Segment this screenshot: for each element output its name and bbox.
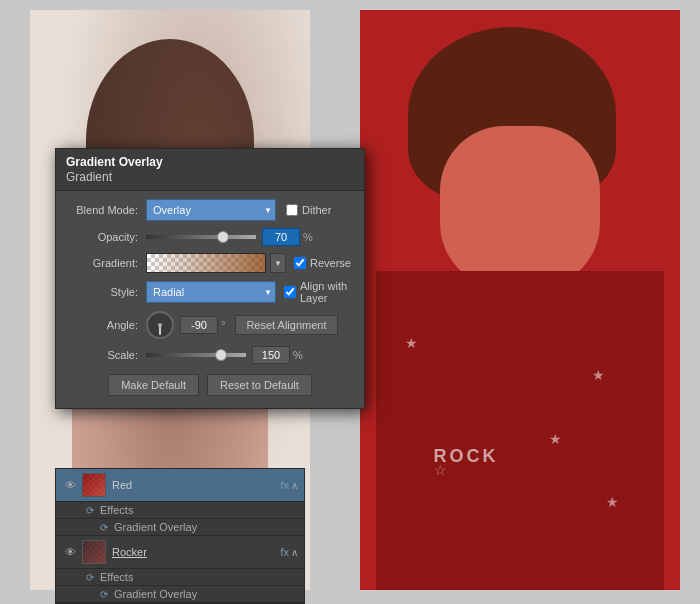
align-group: Align with Layer — [284, 280, 352, 304]
dialog-content: Blend Mode: Overlay Normal Multiply Scre… — [56, 191, 364, 408]
gradient-label: Gradient: — [68, 257, 138, 269]
dither-label[interactable]: Dither — [302, 204, 331, 216]
gradient-preview[interactable] — [146, 253, 266, 273]
opacity-slider-track[interactable] — [146, 235, 256, 239]
layer-expand-rocker[interactable]: ∧ — [291, 547, 298, 558]
scale-input[interactable] — [252, 346, 290, 364]
layer-sub-gradient-red[interactable]: ⟳ Gradient Overlay — [56, 519, 304, 536]
dialog-buttons: Make Default Reset to Default — [68, 374, 352, 396]
style-select[interactable]: Radial Linear Angle Reflected Diamond — [146, 281, 276, 303]
layer-sub-effects-rocker: ⟳ Effects — [56, 569, 304, 586]
artwork-right-panel: ROCK ★ ★ ★ ☆ ★ — [360, 10, 680, 590]
scale-unit: % — [293, 349, 303, 361]
style-label: Style: — [68, 286, 138, 298]
star-decoration-2: ★ — [592, 367, 605, 383]
blend-mode-label: Blend Mode: — [68, 204, 138, 216]
reset-to-default-button[interactable]: Reset to Default — [207, 374, 312, 396]
gradient-dropdown-arrow[interactable]: ▼ — [270, 253, 286, 273]
layer-expand-red[interactable]: ∧ — [291, 480, 298, 491]
angle-label: Angle: — [68, 319, 138, 331]
opacity-row: Opacity: % — [68, 228, 352, 246]
layer-eye-red[interactable]: 👁 — [62, 477, 78, 493]
layer-sub-gradient-rocker[interactable]: ⟳ Gradient Overlay — [56, 586, 304, 603]
effects-icon-red: ⟳ — [86, 505, 94, 516]
effects-label-red: Effects — [100, 504, 133, 516]
gradient-overlay-label-red: Gradient Overlay — [114, 521, 197, 533]
blend-mode-row: Blend Mode: Overlay Normal Multiply Scre… — [68, 199, 352, 221]
blend-mode-select-wrapper[interactable]: Overlay Normal Multiply Screen — [146, 199, 276, 221]
layer-sub-effects-red: ⟳ Effects — [56, 502, 304, 519]
opacity-label: Opacity: — [68, 231, 138, 243]
gradient-preview-inner — [147, 254, 265, 272]
layer-thumb-red-inner — [83, 474, 105, 496]
gradient-overlay-label-rocker: Gradient Overlay — [114, 588, 197, 600]
angle-input[interactable] — [180, 316, 218, 334]
blend-mode-select[interactable]: Overlay Normal Multiply Screen — [146, 199, 276, 221]
style-select-wrapper[interactable]: Radial Linear Angle Reflected Diamond — [146, 281, 276, 303]
layer-thumb-red — [82, 473, 106, 497]
dither-checkbox[interactable] — [286, 204, 298, 216]
opacity-input[interactable] — [262, 228, 300, 246]
layer-fx-rocker[interactable]: fx — [280, 546, 289, 558]
star-decoration-1: ★ — [405, 335, 418, 351]
dialog-title-bar: Gradient Overlay Gradient — [56, 149, 364, 191]
angle-center — [158, 323, 162, 327]
layer-fx-red[interactable]: fx — [280, 479, 289, 491]
align-label[interactable]: Align with Layer — [300, 280, 352, 304]
layer-item-red[interactable]: 👁 Red fx ∧ — [56, 469, 304, 502]
star-decoration-3: ★ — [549, 431, 562, 447]
scale-slider-track[interactable] — [146, 353, 246, 357]
opacity-slider-thumb[interactable] — [217, 231, 229, 243]
make-default-button[interactable]: Make Default — [108, 374, 199, 396]
right-art-area: ROCK ★ ★ ★ ☆ ★ — [360, 10, 680, 590]
right-body-silhouette: ROCK ★ ★ ★ ☆ ★ — [376, 271, 664, 590]
scale-row: Scale: % — [68, 346, 352, 364]
dialog-title-main: Gradient Overlay — [66, 155, 354, 169]
style-row: Style: Radial Linear Angle Reflected Dia… — [68, 280, 352, 304]
reverse-checkbox[interactable] — [294, 257, 306, 269]
layers-panel: 👁 Red fx ∧ ⟳ Effects ⟳ Gradient Overlay … — [55, 468, 305, 604]
dither-group: Dither — [286, 204, 331, 216]
angle-control[interactable] — [146, 311, 174, 339]
star-decoration-5: ★ — [606, 494, 619, 510]
layer-name-rocker: Rocker — [112, 546, 276, 558]
reverse-label[interactable]: Reverse — [310, 257, 351, 269]
effects-label-rocker: Effects — [100, 571, 133, 583]
dialog-title-sub: Gradient — [66, 170, 354, 184]
effects-icon-rocker: ⟳ — [86, 572, 94, 583]
star-decoration-4: ☆ — [434, 462, 447, 478]
gradient-overlay-dialog: Gradient Overlay Gradient Blend Mode: Ov… — [55, 148, 365, 409]
scale-slider-thumb[interactable] — [215, 349, 227, 361]
reverse-group: Reverse — [294, 257, 351, 269]
angle-row: Angle: ° Reset Alignment — [68, 311, 352, 339]
layer-thumb-rocker — [82, 540, 106, 564]
angle-unit: ° — [221, 319, 225, 331]
right-face-silhouette — [440, 126, 600, 288]
opacity-unit: % — [303, 231, 313, 243]
align-checkbox[interactable] — [284, 286, 296, 298]
layer-item-rocker[interactable]: 👁 Rocker fx ∧ — [56, 536, 304, 569]
gradient-icon-red: ⟳ — [100, 522, 108, 533]
scale-label: Scale: — [68, 349, 138, 361]
layer-eye-rocker[interactable]: 👁 — [62, 544, 78, 560]
gradient-row: Gradient: ▼ Reverse — [68, 253, 352, 273]
gradient-icon-rocker: ⟳ — [100, 589, 108, 600]
reset-alignment-button[interactable]: Reset Alignment — [235, 315, 337, 335]
layer-name-red: Red — [112, 479, 276, 491]
